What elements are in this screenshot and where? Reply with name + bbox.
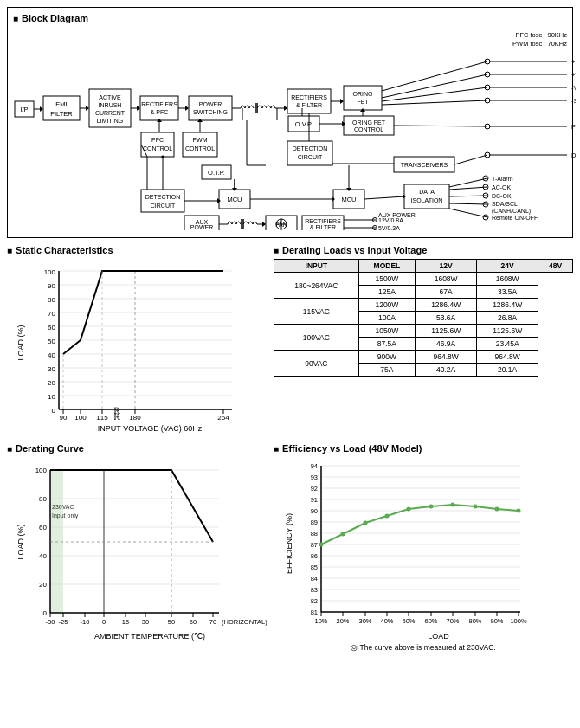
svg-point-295	[451, 503, 455, 507]
col-24v: 24V	[477, 260, 538, 273]
svg-text:PWM: PWM	[192, 137, 207, 143]
efficiency-footnote: ◎ The curve above is measured at 230VAC.	[274, 643, 573, 652]
svg-text:30%: 30%	[358, 617, 371, 625]
svg-marker-26	[86, 106, 89, 111]
col-48v: 48V	[538, 260, 573, 273]
svg-text:60: 60	[39, 524, 47, 532]
svg-rect-39	[189, 96, 232, 120]
block-diagram-title: Block Diagram	[13, 13, 567, 23]
svg-text:INRUSH: INRUSH	[99, 102, 122, 108]
svg-text:88: 88	[311, 530, 318, 538]
svg-text:ORING FET: ORING FET	[352, 119, 386, 126]
svg-marker-46	[284, 106, 287, 111]
svg-text:CONTROL: CONTROL	[354, 126, 383, 132]
svg-text:CURRENT: CURRENT	[95, 110, 126, 116]
svg-text:DC-OK: DC-OK	[492, 193, 512, 199]
svg-point-289	[319, 543, 324, 547]
pwm-note: PWM fosc : 70KHz	[512, 40, 567, 48]
svg-line-84	[454, 155, 487, 164]
svg-text:(CANH/CANL): (CANH/CANL)	[492, 208, 531, 215]
svg-text:81: 81	[311, 609, 318, 616]
efficiency-x-label: LOAD	[304, 632, 573, 641]
svg-text:115: 115	[96, 414, 108, 422]
efficiency-title: Efficiency vs Load (48V Model)	[274, 443, 573, 454]
svg-text:30: 30	[142, 618, 149, 626]
svg-text:+S: +S	[571, 58, 576, 66]
svg-text:ℝ: ℝ	[113, 406, 120, 416]
svg-text:92: 92	[311, 485, 318, 493]
svg-text:70%: 70%	[446, 617, 459, 625]
svg-text:O.T.P.: O.T.P.	[208, 169, 225, 177]
svg-text:0: 0	[102, 618, 106, 626]
derating-loads-title: Derating Loads vs Input Voltage	[274, 245, 573, 255]
svg-text:230VAC: 230VAC	[52, 504, 74, 510]
efficiency-y-label: EFFICIENCY (%)	[285, 513, 293, 574]
svg-text:& FILTER: & FILTER	[296, 102, 322, 108]
svg-text:& FILTER: & FILTER	[310, 224, 336, 230]
svg-text:POWER: POWER	[190, 224, 213, 230]
block-diagram-section: Block Diagram PFC fosc : 90KHz PWM fosc …	[7, 7, 573, 238]
svg-text:30: 30	[48, 365, 55, 373]
svg-text:87: 87	[311, 541, 318, 549]
svg-text:SDA/SCL: SDA/SCL	[492, 201, 518, 207]
svg-text:PV/PC: PV/PC	[571, 123, 576, 131]
svg-text:FILTER: FILTER	[50, 110, 73, 118]
svg-text:90: 90	[48, 282, 55, 290]
svg-text:CIRCUIT: CIRCUIT	[298, 154, 323, 160]
svg-line-108	[449, 187, 487, 190]
svg-text:FAN: FAN	[275, 222, 287, 228]
svg-text:180: 180	[129, 414, 141, 422]
svg-text:12V/0.8A: 12V/0.8A	[378, 217, 403, 223]
svg-text:40: 40	[48, 351, 55, 359]
svg-point-291	[364, 521, 368, 525]
svg-text:+V: +V	[571, 71, 576, 79]
derating-x-label: AMBIENT TEMPERATURE (℃)	[33, 632, 267, 641]
svg-text:20: 20	[39, 581, 47, 589]
col-12v: 12V	[416, 260, 477, 273]
svg-text:AUX POWER: AUX POWER	[378, 212, 416, 218]
derating-curve-section: Derating Curve LOAD (%)	[7, 443, 267, 652]
svg-line-111	[449, 196, 487, 196]
svg-point-296	[474, 505, 478, 509]
svg-text:POWER: POWER	[199, 101, 222, 107]
svg-text:86: 86	[311, 552, 318, 560]
svg-point-294	[429, 505, 434, 509]
svg-text:60%: 60%	[424, 617, 437, 625]
svg-text:DA/DB: DA/DB	[571, 151, 576, 159]
derating-y-label: LOAD (%)	[16, 524, 24, 559]
derating-loads-section: Derating Loads vs Input Voltage INPUT MO…	[274, 245, 573, 436]
svg-line-114	[449, 203, 487, 204]
svg-text:-S: -S	[571, 97, 576, 105]
svg-text:-10: -10	[81, 618, 90, 626]
svg-text:CONTROL: CONTROL	[143, 145, 172, 151]
svg-text:80%: 80%	[468, 617, 481, 625]
pfc-note: PFC fosc : 90KHz	[515, 31, 567, 39]
svg-text:PFC: PFC	[151, 137, 164, 143]
svg-text:80: 80	[39, 495, 47, 503]
col-model: MODEL	[358, 260, 416, 273]
svg-marker-21	[40, 106, 43, 112]
svg-text:100: 100	[35, 467, 48, 474]
svg-text:40%: 40%	[380, 617, 393, 625]
svg-text:Input only: Input only	[52, 512, 79, 519]
svg-text:90: 90	[311, 507, 318, 515]
svg-rect-199	[50, 470, 63, 613]
svg-text:40: 40	[39, 552, 47, 560]
svg-text:CONTROL: CONTROL	[185, 145, 215, 151]
svg-text:Remote ON-OFF: Remote ON-OFF	[492, 215, 538, 221]
svg-text:70: 70	[48, 310, 55, 318]
svg-text:0: 0	[43, 609, 48, 617]
svg-text:O.V.P.: O.V.P.	[295, 120, 313, 128]
block-diagram-svg: PFC fosc : 90KHz PWM fosc : 70KHz +S +V …	[13, 27, 576, 230]
svg-text:LIMITING: LIMITING	[97, 118, 123, 124]
derating-curve-title: Derating Curve	[7, 443, 267, 454]
svg-text:83: 83	[311, 586, 318, 594]
svg-text:0: 0	[52, 407, 56, 415]
efficiency-chart-svg: 81 82 83 84 85 86 87 88 89 90 91 92 93 9…	[304, 457, 559, 630]
svg-rect-52	[287, 89, 331, 113]
svg-marker-128	[262, 222, 266, 227]
table-row: 100VAC 1050W 1125.6W 1125.6W	[274, 325, 573, 338]
svg-text:90: 90	[60, 414, 68, 422]
svg-text:15: 15	[122, 618, 129, 626]
svg-rect-34	[140, 96, 178, 120]
